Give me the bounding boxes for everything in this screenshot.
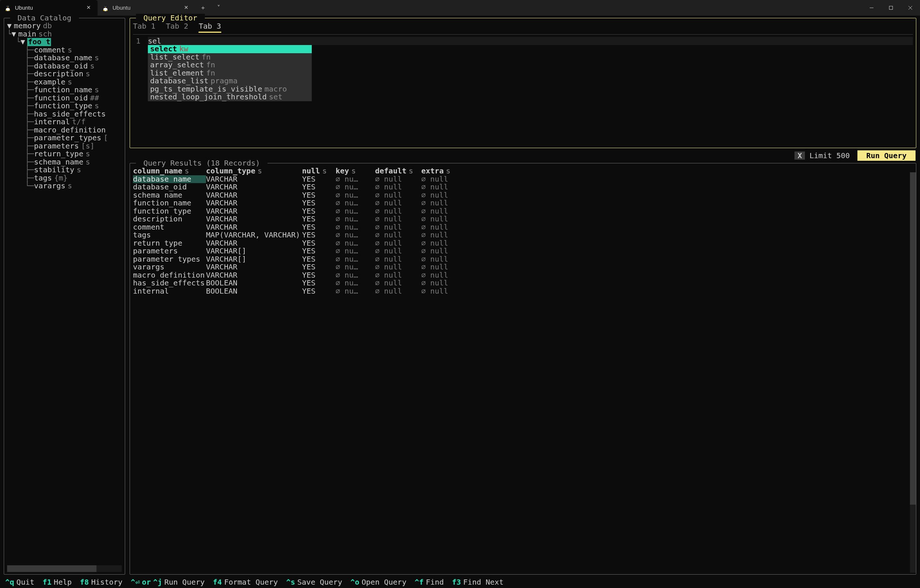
null-icon: ∅ xyxy=(335,279,340,287)
results-row[interactable]: parameter_typesVARCHAR[]YES∅ nu…∅ null∅ … xyxy=(133,255,913,263)
results-cell: ∅ null xyxy=(375,247,421,255)
tree-row[interactable]: ├─ macro_definition xyxy=(7,126,122,134)
results-header-cell[interactable]: column_types xyxy=(206,167,302,175)
results-grid[interactable]: column_namescolumn_typesnullskeysdefault… xyxy=(133,166,913,572)
editor-tab[interactable]: Tab 1 xyxy=(133,22,155,33)
close-icon[interactable]: ✕ xyxy=(85,5,92,10)
null-icon: ∅ xyxy=(375,207,379,215)
results-header-cell[interactable]: keys xyxy=(335,167,375,175)
results-header-cell[interactable]: nulls xyxy=(302,167,335,175)
results-row[interactable]: macro_definitionVARCHARYES∅ nu…∅ null∅ n… xyxy=(133,271,913,279)
results-cell: VARCHAR xyxy=(206,199,302,207)
close-icon[interactable]: ✕ xyxy=(183,5,190,10)
tree-row[interactable]: ├─ comments xyxy=(7,46,122,54)
results-row[interactable]: function_nameVARCHARYES∅ nu…∅ null∅ null xyxy=(133,199,913,207)
results-cell: ∅ null xyxy=(375,183,421,191)
results-row[interactable]: commentVARCHARYES∅ nu…∅ null∅ null xyxy=(133,223,913,231)
results-header-cell[interactable]: extras xyxy=(421,167,455,175)
results-cell: ∅ null xyxy=(375,223,421,231)
window-close-button[interactable] xyxy=(901,0,920,16)
tree-row[interactable]: ├─ function_names xyxy=(7,86,122,94)
minimize-button[interactable] xyxy=(862,0,881,16)
completion-kind: fn xyxy=(204,68,215,78)
results-row[interactable]: database_oidVARCHARYES∅ nu…∅ null∅ null xyxy=(133,183,913,191)
results-header-cell[interactable]: column_names xyxy=(133,167,206,175)
results-cell: VARCHAR[] xyxy=(206,247,302,255)
scrollbar-thumb[interactable] xyxy=(7,565,96,572)
run-query-button[interactable]: Run Query xyxy=(857,150,915,161)
results-cell: ∅ null xyxy=(421,223,455,231)
results-row[interactable]: tagsMAP(VARCHAR, VARCHAR)YES∅ nu…∅ null∅… xyxy=(133,231,913,239)
tree-row[interactable]: ├─ database_oids xyxy=(7,62,122,70)
shortcut-item: f4Format Query xyxy=(213,578,278,586)
results-row[interactable]: function_typeVARCHARYES∅ nu…∅ null∅ null xyxy=(133,207,913,215)
null-icon: ∅ xyxy=(421,231,426,239)
tree-row[interactable]: ├─ has_side_effects xyxy=(7,110,122,118)
completion-item[interactable]: list_elementfn xyxy=(148,69,312,78)
tree-column-name: database_name xyxy=(34,54,92,62)
maximize-button[interactable] xyxy=(881,0,901,16)
tree-row[interactable]: └ ▼mainsch xyxy=(7,30,122,38)
results-cell: ∅ null xyxy=(421,263,455,271)
tree-row[interactable]: └─ varargss xyxy=(7,182,122,190)
vertical-scrollbar[interactable] xyxy=(910,172,916,573)
null-icon: ∅ xyxy=(421,287,426,296)
tree-row[interactable]: ├─ tags{m} xyxy=(7,174,122,183)
tree-row[interactable]: ├─ parameters[s] xyxy=(7,142,122,150)
results-cell: YES xyxy=(302,271,335,279)
tree-row[interactable]: ├─ database_names xyxy=(7,54,122,62)
tree-row[interactable]: ├─ function_types xyxy=(7,102,122,110)
close-results-button[interactable]: X xyxy=(794,152,805,160)
results-cell: ∅ null xyxy=(421,207,455,215)
limit-label[interactable]: Limit 500 xyxy=(809,152,853,160)
results-row[interactable]: internalBOOLEANYES∅ nu…∅ null∅ null xyxy=(133,287,913,296)
completion-item[interactable]: array_selectfn xyxy=(148,61,312,69)
tree-column-type: {m} xyxy=(52,174,67,183)
completion-item[interactable]: database_listpragma xyxy=(148,77,312,85)
shortcut-label: History xyxy=(91,578,123,586)
completion-popup[interactable]: selectkwlist_selectfnarray_selectfnlist_… xyxy=(148,45,312,101)
header-type: s xyxy=(444,167,450,175)
results-row[interactable]: database_nameVARCHARYES∅ nu…∅ null∅ null xyxy=(133,175,913,184)
scrollbar-thumb[interactable] xyxy=(910,172,916,505)
null-icon: ∅ xyxy=(421,239,426,247)
tree-branch-icon: ├─ xyxy=(7,110,34,118)
editor-tab[interactable]: Tab 3 xyxy=(199,22,221,33)
results-cell: ∅ nu… xyxy=(335,247,375,255)
tab-menu-button[interactable]: ˅ xyxy=(211,0,227,16)
tree-row[interactable]: ├─ stabilitys xyxy=(7,166,122,174)
catalog-tree[interactable]: ▼memorydb└ ▼mainsch └ ▼foo t ├─ comments… xyxy=(7,21,122,564)
results-header-cell[interactable]: defaults xyxy=(375,167,421,175)
tree-row[interactable]: ├─ examples xyxy=(7,78,122,86)
tree-row[interactable]: ├─ schema_names xyxy=(7,158,122,166)
completion-item[interactable]: nested_loop_join_thresholdset xyxy=(148,93,312,101)
shortcut-key: f4 xyxy=(213,578,222,586)
completion-item[interactable]: selectkw xyxy=(148,45,312,53)
tree-row[interactable]: ├─ return_types xyxy=(7,150,122,158)
null-icon: ∅ xyxy=(375,183,379,191)
null-text: null xyxy=(430,255,448,263)
completion-item[interactable]: pg_ts_template_is_visiblemacro xyxy=(148,85,312,94)
results-row[interactable]: descriptionVARCHARYES∅ nu…∅ null∅ null xyxy=(133,215,913,223)
completion-item[interactable]: list_selectfn xyxy=(148,53,312,61)
tree-branch-icon: ├─ xyxy=(7,78,34,86)
sql-input[interactable]: sel xyxy=(148,37,913,45)
results-row[interactable]: return_typeVARCHARYES∅ nu…∅ null∅ null xyxy=(133,239,913,247)
results-row[interactable]: varargsVARCHARYES∅ nu…∅ null∅ null xyxy=(133,263,913,271)
horizontal-scrollbar[interactable] xyxy=(7,565,122,572)
results-row[interactable]: schema_nameVARCHARYES∅ nu…∅ null∅ null xyxy=(133,191,913,199)
results-row[interactable]: parametersVARCHAR[]YES∅ nu…∅ null∅ null xyxy=(133,247,913,255)
tree-row[interactable]: ├─ parameter_types[ xyxy=(7,134,122,142)
tree-row[interactable]: ▼memorydb xyxy=(7,22,122,30)
tree-row[interactable]: ├─ internalt/f xyxy=(7,118,122,126)
results-cell: YES xyxy=(302,215,335,223)
shortcut-key: ^f xyxy=(415,578,423,586)
tree-row[interactable]: ├─ function_oid## xyxy=(7,94,122,102)
tree-column-type: s xyxy=(92,54,99,62)
results-row[interactable]: has_side_effectsBOOLEANYES∅ nu…∅ null∅ n… xyxy=(133,279,913,287)
editor-tab[interactable]: Tab 2 xyxy=(166,22,188,33)
tree-row[interactable]: └ ▼foo t xyxy=(7,38,122,46)
tree-row[interactable]: ├─ descriptions xyxy=(7,70,122,78)
null-icon: ∅ xyxy=(375,263,379,271)
null-icon: ∅ xyxy=(421,223,426,231)
